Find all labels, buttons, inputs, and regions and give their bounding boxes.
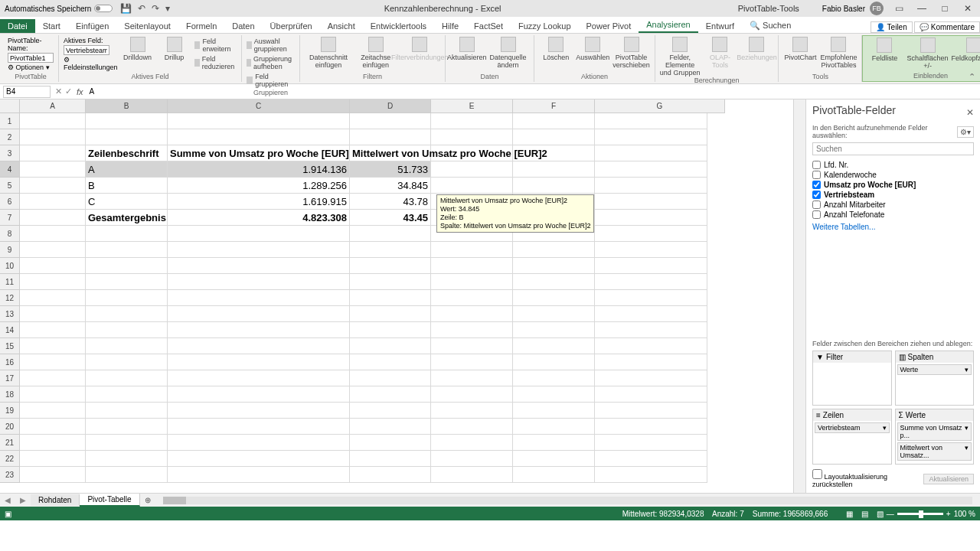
rows-area[interactable]: ≡ Zeilen Vertriebsteam▾ xyxy=(812,409,892,465)
cell[interactable] xyxy=(595,322,707,338)
cell[interactable] xyxy=(86,113,168,129)
cell[interactable] xyxy=(431,145,513,161)
ungroup-button[interactable]: Gruppierung aufheben xyxy=(247,54,295,71)
cell[interactable] xyxy=(595,370,707,386)
cell[interactable] xyxy=(595,210,707,226)
cell[interactable] xyxy=(168,419,350,435)
cell[interactable] xyxy=(20,370,86,386)
cell[interactable] xyxy=(513,403,595,419)
area-pill[interactable]: Werte▾ xyxy=(897,364,972,375)
col-header-d[interactable]: D xyxy=(350,99,431,113)
row-header[interactable]: 11 xyxy=(0,274,20,290)
cell[interactable] xyxy=(86,322,168,338)
tab-datei[interactable]: Datei xyxy=(0,19,35,33)
zoom-out-icon[interactable]: — xyxy=(887,510,894,518)
cell[interactable] xyxy=(431,274,513,290)
cell[interactable]: A xyxy=(86,161,168,178)
vertical-scrollbar[interactable] xyxy=(793,99,805,493)
tab-start[interactable]: Start xyxy=(35,19,68,33)
group-selection-button[interactable]: Auswahl gruppieren xyxy=(247,37,295,54)
cell[interactable] xyxy=(431,370,513,386)
cell[interactable] xyxy=(595,386,707,403)
area-pill[interactable]: Mittelwert von Umsatz...▾ xyxy=(897,442,972,461)
cell[interactable] xyxy=(20,129,86,145)
tab-ansicht[interactable]: Ansicht xyxy=(320,19,363,33)
row-header[interactable]: 14 xyxy=(0,322,20,338)
cell[interactable] xyxy=(168,129,350,145)
cell[interactable] xyxy=(86,306,168,322)
cell[interactable] xyxy=(86,338,168,354)
cell[interactable] xyxy=(513,113,595,129)
cell[interactable] xyxy=(513,178,595,194)
cell[interactable] xyxy=(595,226,707,242)
row-header[interactable]: 16 xyxy=(0,354,20,370)
row-header[interactable]: 3 xyxy=(0,145,20,161)
values-area[interactable]: Σ Werte Summe von Umsatz p...▾ Mittelwer… xyxy=(895,409,975,465)
row-header[interactable]: 17 xyxy=(0,370,20,386)
field-item[interactable]: Anzahl Mitarbeiter xyxy=(812,200,974,210)
insert-timeline-button[interactable]: Zeitachse einfügen xyxy=(355,37,397,69)
cell[interactable] xyxy=(350,354,431,370)
cell[interactable]: Mittelwert von Umsatz pro Woche [EUR]2 xyxy=(350,145,431,161)
cell[interactable] xyxy=(431,306,513,322)
row-header[interactable]: 22 xyxy=(0,451,20,467)
cell[interactable]: 1.289.256 xyxy=(168,178,350,194)
cell[interactable] xyxy=(20,258,86,274)
cell[interactable]: Summe von Umsatz pro Woche [EUR] xyxy=(168,145,350,161)
area-pill[interactable]: Summe von Umsatz p...▾ xyxy=(897,422,972,441)
cell[interactable] xyxy=(595,194,707,210)
cell[interactable] xyxy=(20,467,86,483)
cell[interactable] xyxy=(20,113,86,129)
cell[interactable] xyxy=(350,129,431,145)
cell[interactable] xyxy=(20,290,86,306)
group-field-button[interactable]: Feld gruppieren xyxy=(247,72,295,89)
cell[interactable] xyxy=(86,274,168,290)
cell[interactable] xyxy=(20,338,86,354)
collapse-ribbon-icon[interactable]: ⌃ xyxy=(969,72,975,82)
cell[interactable] xyxy=(168,435,350,451)
cell[interactable] xyxy=(168,322,350,338)
cell[interactable] xyxy=(431,403,513,419)
cell[interactable] xyxy=(513,467,595,483)
cell[interactable] xyxy=(595,403,707,419)
cell[interactable] xyxy=(513,435,595,451)
row-header[interactable]: 7 xyxy=(0,210,20,226)
field-item[interactable]: Kalenderwoche xyxy=(812,170,974,180)
sheet-nav-next-icon[interactable]: ▶ xyxy=(15,496,31,504)
cell[interactable] xyxy=(513,242,595,258)
tab-analysieren[interactable]: Analysieren xyxy=(639,18,697,33)
undo-icon[interactable]: ↶ xyxy=(138,3,145,14)
col-header-f[interactable]: F xyxy=(513,99,595,113)
row-header[interactable]: 19 xyxy=(0,403,20,419)
tab-hilfe[interactable]: Hilfe xyxy=(434,19,466,33)
cell[interactable]: Zeilenbeschrift▼ xyxy=(86,145,168,161)
fieldheaders-button[interactable]: Feldkopfzeilen xyxy=(954,37,980,62)
cell[interactable]: C xyxy=(86,194,168,210)
col-header-b[interactable]: B xyxy=(86,99,168,113)
filter-area[interactable]: ▼ Filter xyxy=(812,350,892,406)
cancel-formula-icon[interactable]: ✕ xyxy=(55,86,62,96)
cell[interactable] xyxy=(86,451,168,467)
view-normal-icon[interactable]: ▦ xyxy=(843,510,856,518)
cell[interactable] xyxy=(168,258,350,274)
row-header[interactable]: 2 xyxy=(0,129,20,145)
cell[interactable] xyxy=(350,274,431,290)
sheet-nav-prev-icon[interactable]: ◀ xyxy=(0,496,15,504)
cell[interactable] xyxy=(431,242,513,258)
cell[interactable] xyxy=(168,386,350,403)
row-header[interactable]: 1 xyxy=(0,113,20,129)
cell[interactable] xyxy=(20,403,86,419)
row-header[interactable]: 18 xyxy=(0,386,20,403)
formula-content[interactable]: A xyxy=(87,87,980,96)
cell[interactable] xyxy=(431,113,513,129)
horizontal-scrollbar[interactable] xyxy=(163,497,972,504)
field-pane-settings-icon[interactable]: ⚙▾ xyxy=(957,126,974,138)
pivotchart-button[interactable]: PivotChart xyxy=(783,37,817,61)
cell[interactable] xyxy=(513,129,595,145)
cell[interactable] xyxy=(86,258,168,274)
cell[interactable] xyxy=(168,354,350,370)
cell[interactable] xyxy=(595,129,707,145)
cell[interactable] xyxy=(86,290,168,306)
cell[interactable] xyxy=(431,451,513,467)
view-pagelayout-icon[interactable]: ▤ xyxy=(858,510,871,518)
